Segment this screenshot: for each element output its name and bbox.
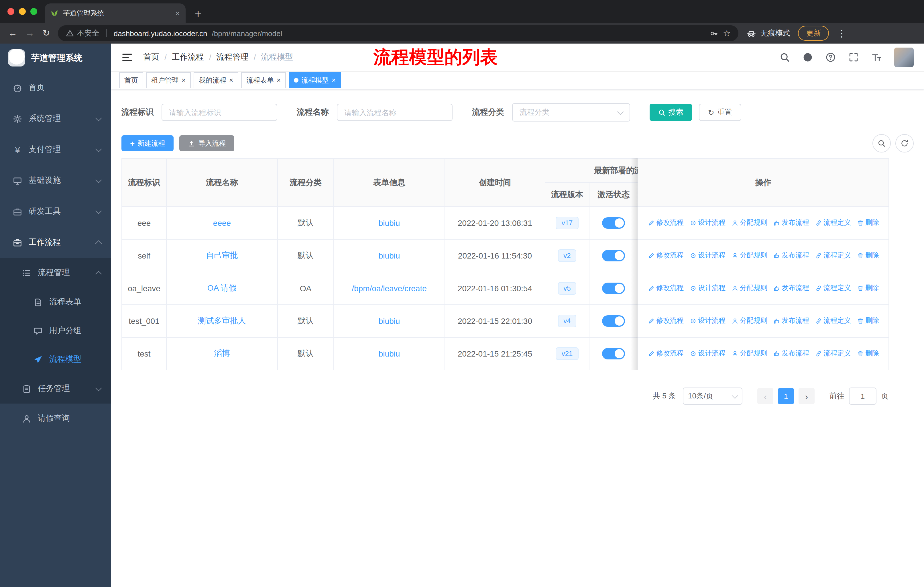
key-icon[interactable] (710, 29, 718, 38)
delete-link[interactable]: 删除 (857, 251, 879, 261)
browser-menu-icon[interactable]: ⋮ (837, 28, 846, 39)
modify-process-link[interactable]: 修改流程 (648, 349, 684, 359)
sidebar-item-payment[interactable]: ¥ 支付管理 (0, 134, 111, 165)
version-badge[interactable]: v2 (558, 250, 576, 262)
help-icon[interactable] (825, 52, 836, 63)
process-definition-link[interactable]: 流程定义 (815, 316, 851, 326)
version-badge[interactable]: v4 (558, 315, 576, 327)
process-key-input[interactable] (162, 104, 277, 121)
close-icon[interactable]: × (332, 77, 336, 84)
sidebar-item-user-group[interactable]: 用户分组 (0, 316, 111, 345)
form-link[interactable]: /bpm/oa/leave/create (352, 284, 427, 293)
assign-rule-link[interactable]: 分配规则 (731, 218, 767, 228)
delete-link[interactable]: 删除 (857, 349, 879, 359)
process-name-link[interactable]: OA 请假 (207, 283, 237, 293)
version-badge[interactable]: v17 (556, 217, 579, 229)
forward-icon[interactable]: → (25, 29, 35, 38)
sidebar-collapse-icon[interactable] (121, 51, 133, 63)
process-category-select[interactable]: 流程分类 (512, 103, 630, 122)
design-process-link[interactable]: 设计流程 (690, 283, 726, 293)
sidebar-item-workflow[interactable]: 工作流程 (0, 227, 111, 258)
process-name-input[interactable] (337, 104, 452, 121)
browser-tab[interactable]: 芋道管理系统 × (45, 3, 186, 23)
sidebar-item-dev-tools[interactable]: 研发工具 (0, 196, 111, 227)
active-toggle[interactable] (602, 315, 625, 327)
close-icon[interactable]: × (277, 77, 281, 84)
reload-icon[interactable]: ↻ (42, 29, 50, 38)
delete-link[interactable]: 删除 (857, 316, 879, 326)
address-bar[interactable]: 不安全 dashboard.yudao.iocoder.cn/bpm/manag… (58, 25, 739, 41)
tag-home[interactable]: 首页 (119, 72, 143, 88)
refresh-button[interactable] (895, 134, 914, 152)
active-toggle[interactable] (602, 250, 625, 261)
prev-page-button[interactable]: ‹ (757, 388, 773, 404)
tag-process-model[interactable]: 流程模型 × (289, 72, 341, 88)
font-size-icon[interactable] (871, 52, 882, 63)
next-page-button[interactable]: › (799, 388, 815, 404)
goto-page-input[interactable] (849, 387, 876, 405)
window-close-button[interactable] (7, 8, 14, 15)
publish-process-link[interactable]: 发布流程 (773, 316, 809, 326)
active-toggle[interactable] (602, 283, 625, 294)
publish-process-link[interactable]: 发布流程 (773, 251, 809, 261)
version-badge[interactable]: v21 (556, 347, 579, 360)
process-definition-link[interactable]: 流程定义 (815, 218, 851, 228)
bookmark-star-icon[interactable]: ☆ (723, 28, 731, 38)
sidebar-item-process-form[interactable]: 流程表单 (0, 288, 111, 316)
process-definition-link[interactable]: 流程定义 (815, 349, 851, 359)
assign-rule-link[interactable]: 分配规则 (731, 283, 767, 293)
design-process-link[interactable]: 设计流程 (690, 316, 726, 326)
process-definition-link[interactable]: 流程定义 (815, 251, 851, 261)
tag-tenant-management[interactable]: 租户管理 × (146, 72, 191, 88)
form-link[interactable]: biubiu (379, 218, 400, 228)
window-minimize-button[interactable] (19, 8, 26, 15)
reset-button[interactable]: ↻ 重置 (699, 104, 741, 121)
process-name-link[interactable]: 滔博 (214, 349, 230, 358)
modify-process-link[interactable]: 修改流程 (648, 251, 684, 261)
sidebar-item-task-management[interactable]: 任务管理 (0, 374, 111, 403)
close-icon[interactable]: × (182, 77, 186, 84)
new-tab-button[interactable]: + (195, 8, 201, 20)
publish-process-link[interactable]: 发布流程 (773, 283, 809, 293)
publish-process-link[interactable]: 发布流程 (773, 218, 809, 228)
page-size-select[interactable]: 10条/页 (683, 387, 742, 405)
process-name-link[interactable]: 自己审批 (206, 251, 238, 260)
import-process-button[interactable]: 导入流程 (179, 135, 234, 151)
tab-close-icon[interactable]: × (175, 8, 180, 18)
create-process-button[interactable]: + 新建流程 (121, 135, 173, 151)
sidebar-item-infrastructure[interactable]: 基础设施 (0, 165, 111, 196)
sidebar-item-process-model[interactable]: 流程模型 (0, 345, 111, 374)
process-name-link[interactable]: 测试多审批人 (198, 316, 246, 325)
page-number-1[interactable]: 1 (778, 388, 794, 404)
fullscreen-icon[interactable] (848, 52, 859, 63)
form-link[interactable]: biubiu (379, 316, 400, 326)
process-definition-link[interactable]: 流程定义 (815, 283, 851, 293)
sidebar-item-system[interactable]: 系统管理 (0, 103, 111, 134)
form-link[interactable]: biubiu (379, 349, 400, 358)
sidebar-item-home[interactable]: 首页 (0, 72, 111, 103)
search-button[interactable]: 搜索 (650, 104, 692, 121)
breadcrumb-item[interactable]: 首页 (143, 52, 159, 63)
breadcrumb-item[interactable]: 流程管理 (216, 52, 249, 63)
github-icon[interactable] (803, 52, 813, 63)
toggle-search-button[interactable] (873, 134, 891, 152)
tag-my-process[interactable]: 我的流程 × (194, 72, 238, 88)
modify-process-link[interactable]: 修改流程 (648, 218, 684, 228)
modify-process-link[interactable]: 修改流程 (648, 316, 684, 326)
tag-process-form[interactable]: 流程表单 × (241, 72, 286, 88)
browser-update-button[interactable]: 更新 (798, 26, 829, 41)
close-icon[interactable]: × (229, 77, 233, 84)
design-process-link[interactable]: 设计流程 (690, 218, 726, 228)
assign-rule-link[interactable]: 分配规则 (731, 316, 767, 326)
assign-rule-link[interactable]: 分配规则 (731, 349, 767, 359)
back-icon[interactable]: ← (8, 29, 17, 38)
window-zoom-button[interactable] (30, 8, 37, 15)
search-icon[interactable] (780, 52, 790, 63)
sidebar-item-leave-query[interactable]: 请假查询 (0, 403, 111, 433)
sidebar-item-process-management[interactable]: 流程管理 (0, 258, 111, 288)
version-badge[interactable]: v5 (558, 282, 576, 294)
user-avatar[interactable] (894, 48, 914, 67)
delete-link[interactable]: 删除 (857, 283, 879, 293)
delete-link[interactable]: 删除 (857, 218, 879, 228)
publish-process-link[interactable]: 发布流程 (773, 349, 809, 359)
